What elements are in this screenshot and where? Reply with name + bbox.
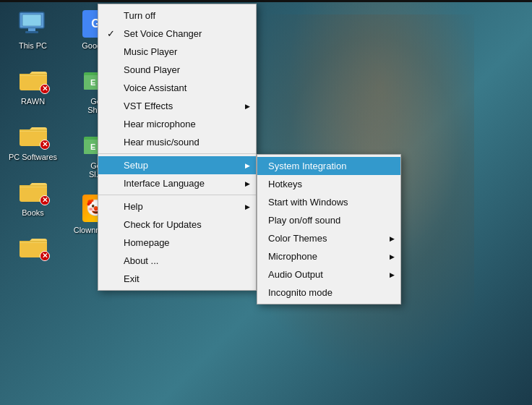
svg-text:E: E bbox=[90, 142, 95, 151]
menu-item-hear-music[interactable]: Hear music/sound bbox=[98, 133, 256, 151]
submenu-item-hotkeys[interactable]: Hotkeys bbox=[257, 175, 400, 193]
submenu-item-system-integration[interactable]: System Integration bbox=[257, 157, 400, 175]
svg-rect-1 bbox=[22, 14, 41, 26]
context-menu: Turn off Set Voice Changer Music Player … bbox=[98, 4, 257, 291]
menu-item-label: Interface Language bbox=[124, 178, 205, 189]
desktop-icons-col1: This PC ✕ RAWN ✕ bbox=[6, 7, 60, 264]
svg-text:E: E bbox=[90, 78, 95, 87]
svg-rect-8 bbox=[20, 241, 47, 242]
menu-item-label: Check for Updates bbox=[124, 219, 202, 230]
error-badge: ✕ bbox=[40, 84, 50, 94]
icon-label: PC Softwares bbox=[9, 153, 57, 161]
submenu-item-start-with-windows[interactable]: Start with Windows bbox=[257, 193, 400, 211]
desktop: This PC ✕ RAWN ✕ bbox=[0, 0, 532, 405]
menu-item-label: Help bbox=[124, 201, 143, 212]
menu-item-label: Hear music/sound bbox=[124, 137, 200, 148]
submenu-item-label: Incognito mode bbox=[268, 287, 332, 298]
submenu-item-label: System Integration bbox=[268, 161, 346, 171]
menu-item-label: Exit bbox=[124, 273, 140, 284]
submenu-item-label: Hotkeys bbox=[268, 179, 302, 189]
menu-item-label: Homepage bbox=[124, 237, 170, 248]
submenu-item-label: Start with Windows bbox=[268, 197, 348, 208]
menu-item-label: Sound Player bbox=[124, 64, 180, 75]
pc-svg-icon bbox=[18, 11, 48, 37]
submenu-setup: System Integration Hotkeys Start with Wi… bbox=[257, 154, 401, 304]
svg-rect-3 bbox=[25, 31, 38, 33]
menu-item-vst-effects[interactable]: VST Effects bbox=[98, 97, 256, 115]
icon-label: Books bbox=[22, 208, 44, 217]
error-badge: ✕ bbox=[40, 140, 50, 150]
menu-item-set-voice-changer[interactable]: Set Voice Changer bbox=[98, 25, 256, 43]
svg-rect-7 bbox=[20, 185, 47, 187]
menu-item-label: Set Voice Changer bbox=[124, 28, 202, 39]
submenu-item-incognito-mode[interactable]: Incognito mode bbox=[257, 284, 400, 302]
menu-item-homepage[interactable]: Homepage bbox=[98, 234, 256, 252]
svg-rect-5 bbox=[20, 74, 47, 75]
menu-item-turn-off[interactable]: Turn off bbox=[98, 7, 256, 25]
top-bar bbox=[0, 0, 532, 2]
svg-rect-2 bbox=[28, 28, 35, 31]
submenu-item-audio-output[interactable]: Audio Output bbox=[257, 265, 400, 284]
menu-item-voice-assistant[interactable]: Voice Assistant bbox=[98, 79, 256, 97]
menu-item-check-updates[interactable]: Check for Updates bbox=[98, 216, 256, 234]
submenu-item-microphone[interactable]: Microphone bbox=[257, 247, 400, 265]
error-badge: ✕ bbox=[40, 251, 50, 261]
menu-item-help[interactable]: Help bbox=[98, 197, 256, 216]
menu-item-label: Voice Assistant bbox=[124, 82, 186, 93]
menu-item-music-player[interactable]: Music Player bbox=[98, 43, 256, 61]
submenu-item-label: Color Themes bbox=[268, 233, 327, 244]
icon-this-pc[interactable]: This PC bbox=[6, 7, 60, 50]
svg-rect-6 bbox=[20, 129, 47, 131]
menu-item-label: Turn off bbox=[124, 10, 155, 21]
menu-item-sound-player[interactable]: Sound Player bbox=[98, 61, 256, 79]
submenu-item-color-themes[interactable]: Color Themes bbox=[257, 229, 400, 247]
icon-label: This PC bbox=[19, 41, 47, 50]
submenu-item-label: Audio Output bbox=[268, 269, 323, 280]
menu-item-about[interactable]: About ... bbox=[98, 252, 256, 270]
menu-item-label: Setup bbox=[124, 160, 148, 171]
menu-separator-2 bbox=[98, 195, 256, 195]
submenu-item-label: Microphone bbox=[268, 251, 317, 262]
submenu-item-label: Play on/off sound bbox=[268, 215, 340, 226]
icon-label: RAWN bbox=[21, 97, 45, 106]
error-badge: ✕ bbox=[40, 195, 50, 205]
menu-item-hear-microphone[interactable]: Hear microphone bbox=[98, 115, 256, 133]
menu-item-label: Music Player bbox=[124, 46, 177, 57]
menu-item-setup-container: Setup System Integration Hotkeys Start w… bbox=[98, 156, 256, 174]
icon-unknown[interactable]: ✕ bbox=[6, 230, 60, 264]
menu-item-setup[interactable]: Setup bbox=[98, 156, 256, 174]
menu-item-label: VST Effects bbox=[124, 101, 173, 111]
icon-rawn[interactable]: ✕ RAWN bbox=[6, 63, 60, 106]
icon-pc-softwares[interactable]: ✕ PC Softwares bbox=[6, 119, 60, 161]
menu-item-interface-language[interactable]: Interface Language bbox=[98, 174, 256, 192]
menu-item-label: Hear microphone bbox=[124, 119, 196, 129]
menu-item-exit[interactable]: Exit bbox=[98, 270, 256, 288]
icon-books[interactable]: ✕ Books bbox=[6, 174, 60, 217]
submenu-item-play-onoff-sound[interactable]: Play on/off sound bbox=[257, 211, 400, 229]
menu-item-label: About ... bbox=[124, 255, 158, 266]
menu-separator-1 bbox=[98, 153, 256, 154]
